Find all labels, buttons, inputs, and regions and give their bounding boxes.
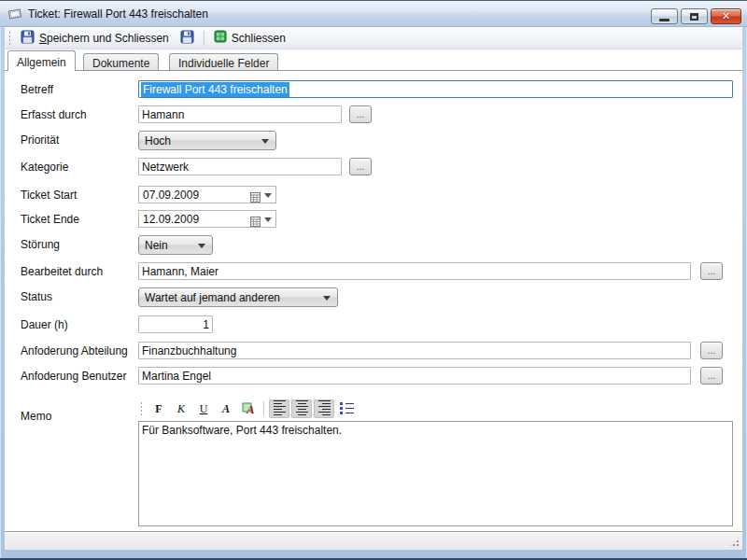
memo-toolbar-grip[interactable] <box>140 401 143 416</box>
client-area: Speichern und Schliessen <box>5 27 742 550</box>
row-bearbeitet-durch: Bearbeitet durch ... <box>5 262 742 283</box>
row-dauer: Dauer (h) <box>5 315 742 336</box>
font-color-button[interactable]: A <box>238 399 259 418</box>
tab-allgemein[interactable]: Allgemein <box>7 50 76 71</box>
underline-button[interactable]: U <box>193 399 214 418</box>
bullet-list-button[interactable] <box>336 399 357 418</box>
chevron-down-icon <box>264 193 272 198</box>
anfoderung-benutzer-input[interactable] <box>138 367 691 385</box>
field-label-anfoderung-abteilung: Anfoderung Abteilung <box>21 344 128 357</box>
row-anfoderung-benutzer: Anfoderung Benutzer ... <box>5 367 742 387</box>
font-button[interactable]: A <box>216 399 236 418</box>
memo-textarea[interactable]: Für Banksoftware, Port 443 freischalten. <box>138 421 733 526</box>
ticket-ende-datepicker[interactable]: 12.09.2009 <box>138 210 276 228</box>
tab-dokumente[interactable]: Dokumente <box>83 53 159 71</box>
status-dropdown[interactable]: Wartet auf jemand anderen <box>138 287 338 307</box>
tab-individuelle-felder[interactable]: Individuelle Felder <box>169 53 278 71</box>
field-label-stoerung: Störung <box>21 238 60 251</box>
row-betreff: Betreff Firewall Port 443 freischalten <box>5 80 742 101</box>
memo-toolbar: F K U A A <box>138 398 357 420</box>
row-ticket-ende: Ticket Ende 12.09.2009 <box>5 210 742 231</box>
save-icon <box>21 30 35 47</box>
chevron-down-icon <box>261 139 269 144</box>
anfoderung-abteilung-browse-button[interactable]: ... <box>700 342 723 359</box>
field-label-prioritaet: Priorität <box>21 133 59 147</box>
align-right-icon <box>318 400 331 417</box>
align-left-icon <box>274 400 286 417</box>
font-color-icon: A <box>242 401 256 417</box>
save-button[interactable] <box>175 28 200 49</box>
align-center-button[interactable] <box>291 399 312 418</box>
close-ticket-icon <box>214 30 227 46</box>
field-label-bearbeitet-durch: Bearbeitet durch <box>21 265 103 278</box>
align-center-icon <box>296 400 308 417</box>
bold-button[interactable]: F <box>148 399 169 418</box>
anfoderung-abteilung-input[interactable] <box>138 342 691 359</box>
window-title: Ticket: Firewall Port 443 freischalten <box>28 7 208 21</box>
titlebar[interactable]: Ticket: Firewall Port 443 freischalten ✕ <box>0 1 747 27</box>
field-label-kategorie: Kategorie <box>21 161 68 174</box>
ticket-ende-value: 12.09.2009 <box>143 213 199 226</box>
toolbar-separator <box>204 31 204 46</box>
close-button[interactable]: ✕ <box>711 8 741 24</box>
chevron-down-icon <box>264 217 272 222</box>
dauer-input[interactable] <box>138 315 213 333</box>
italic-button[interactable]: K <box>171 399 191 418</box>
erfasst-durch-browse-button[interactable]: ... <box>349 105 372 123</box>
field-label-status: Status <box>21 290 52 303</box>
betreff-input[interactable]: Firewall Port 443 freischalten <box>138 80 733 98</box>
field-label-ticket-ende: Ticket Ende <box>21 213 79 226</box>
row-status: Status Wartet auf jemand anderen <box>5 287 742 308</box>
ticket-start-datepicker[interactable]: 07.09.2009 <box>138 186 276 203</box>
align-right-button[interactable] <box>314 399 334 418</box>
stoerung-value: Nein <box>145 239 168 252</box>
bearbeitet-durch-input[interactable] <box>138 262 691 280</box>
close-icon: ✕ <box>722 10 730 22</box>
calendar-icon <box>250 189 261 200</box>
minimize-button[interactable] <box>651 8 678 24</box>
row-prioritaet: Priorität Hoch <box>5 131 742 151</box>
toolbar-grip[interactable] <box>8 31 11 46</box>
row-erfasst-durch: Erfasst durch ... <box>5 105 742 126</box>
anfoderung-benutzer-browse-button[interactable]: ... <box>700 367 723 385</box>
field-label-ticket-start: Ticket Start <box>21 189 77 202</box>
kategorie-input[interactable] <box>138 158 342 175</box>
memo-toolbar-separator <box>263 401 264 416</box>
row-kategorie: Kategorie ... <box>5 158 742 178</box>
prioritaet-value: Hoch <box>145 134 171 147</box>
kategorie-browse-button[interactable]: ... <box>349 158 372 175</box>
ticket-icon <box>7 7 22 21</box>
form-panel: Betreff Firewall Port 443 freischalten E… <box>5 71 742 531</box>
save-icon <box>180 30 194 47</box>
bullet-list-icon <box>340 402 354 416</box>
status-bar <box>5 531 742 550</box>
maximize-button[interactable] <box>681 8 708 24</box>
prioritaet-dropdown[interactable]: Hoch <box>138 131 276 150</box>
field-label-anfoderung-benutzer: Anfoderung Benutzer <box>21 370 126 383</box>
save-and-close-label: Speichern und Schliessen <box>39 32 169 45</box>
field-label-memo: Memo <box>21 410 51 423</box>
ticket-start-value: 07.09.2009 <box>143 189 199 202</box>
close-ticket-label: Schliessen <box>232 32 286 45</box>
chevron-down-icon <box>198 244 205 248</box>
status-value: Wartet auf jemand anderen <box>145 291 280 304</box>
field-label-dauer: Dauer (h) <box>21 318 68 331</box>
erfasst-durch-input[interactable] <box>138 105 342 123</box>
minimize-icon <box>659 19 669 21</box>
align-left-button[interactable] <box>269 399 289 418</box>
window-controls: ✕ <box>651 8 741 24</box>
field-label-erfasst-durch: Erfasst durch <box>21 108 87 121</box>
save-and-close-button[interactable]: Speichern und Schliessen <box>15 28 175 49</box>
stoerung-dropdown[interactable]: Nein <box>138 235 213 255</box>
svg-text:A: A <box>246 402 255 414</box>
main-toolbar: Speichern und Schliessen <box>5 27 742 49</box>
tabstrip: Allgemein Dokumente Individuelle Felder <box>5 49 742 71</box>
row-stoerung: Störung Nein <box>5 235 742 256</box>
row-ticket-start: Ticket Start 07.09.2009 <box>5 186 742 206</box>
calendar-icon <box>250 214 261 224</box>
resize-grip[interactable] <box>728 536 740 548</box>
field-label-betreff: Betreff <box>21 83 53 96</box>
bearbeitet-durch-browse-button[interactable]: ... <box>700 262 723 280</box>
close-ticket-button[interactable]: Schliessen <box>208 28 291 48</box>
chevron-down-icon <box>323 296 331 301</box>
